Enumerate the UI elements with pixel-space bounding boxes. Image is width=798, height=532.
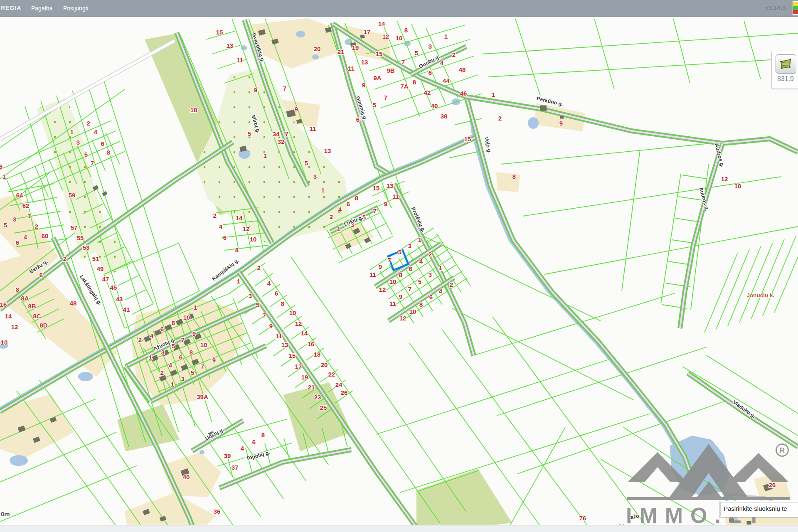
measure-area-icon (779, 58, 793, 70)
parcel-number: 8 (190, 349, 193, 356)
parcel-number: 44 (443, 77, 450, 84)
parcel-number: 4 (241, 445, 244, 452)
top-bar: REGIA Pagalba Prisijungti v3.14.3 (0, 0, 798, 17)
parcel-number: 7 (408, 286, 411, 293)
parcel-number: 9 (295, 106, 298, 113)
parcel-number: 8A (21, 295, 29, 302)
parcel-number: 6 (347, 200, 350, 207)
parcel-number: 20 (314, 45, 321, 52)
parcel-number: 26 (769, 481, 776, 488)
parcel-number: 7 (263, 312, 266, 319)
registered-mark-letter: R (780, 446, 785, 454)
street-label: Vėjo g. (483, 136, 493, 154)
parcel-number: 55 (77, 234, 84, 241)
app-logo[interactable]: REGIA (1, 5, 21, 11)
parcel-number: 3 (161, 349, 165, 356)
parcel-number: 7 (401, 59, 405, 66)
parcel-number: 3 (13, 216, 16, 223)
measure-panel: 831.9 (771, 51, 798, 89)
parcel-number: 6 (356, 116, 360, 123)
layer-theme-tooltip[interactable]: Pasirinkite sluoksnių te (719, 501, 798, 517)
parcel-number: 23 (314, 394, 321, 401)
parcel-number: 8D (39, 322, 47, 329)
parcel-number: 9 (399, 293, 402, 300)
measure-result-value: 831.9 (772, 75, 798, 83)
parcel-number: 43 (116, 296, 123, 303)
measure-area-button[interactable] (776, 54, 796, 74)
parcel-number: 32 (278, 138, 285, 145)
footer-strip (0, 525, 798, 532)
status-red (793, 10, 798, 14)
pond (78, 372, 93, 381)
parcel-number: 60 (42, 232, 49, 239)
map-canvas[interactable]: 14171210819211513119B9A97A87531642484446… (0, 17, 798, 525)
parcel-number: 16 (0, 301, 7, 308)
menu-item-help[interactable]: Pagalba (31, 5, 52, 12)
parcel-number: 1 (27, 212, 31, 219)
menu-item-login[interactable]: Prisijungti (63, 5, 89, 12)
parcel-number: 5 (418, 278, 421, 285)
parcel-number: 3 (408, 242, 411, 249)
parcel-number: 17 (295, 363, 302, 370)
parcel-number: 26 (341, 389, 348, 396)
parcel-number: 3 (429, 271, 432, 278)
parcel-number: 3 (181, 375, 185, 382)
parcel-number: 18 (190, 106, 197, 113)
parcel-number: 13 (227, 42, 234, 49)
parcel-number: 4 (24, 234, 27, 241)
parcel-number: 7 (91, 160, 94, 167)
parcel-number: 17 (364, 28, 371, 35)
parcel-number: 1 (439, 264, 442, 271)
parcel-number: 2 (87, 120, 90, 127)
parcel-number: 5 (4, 222, 7, 229)
parcel-number: 7 (388, 256, 391, 264)
village-label: Jonučių k. (747, 292, 775, 298)
parcel-number: 21 (308, 384, 315, 391)
parcel-number: 47 (102, 276, 109, 283)
parcel-number: 11 (348, 65, 355, 72)
parcel-number: 10 (289, 309, 296, 316)
parcel-number: 12 (243, 225, 250, 232)
parcel-number: 13 (324, 147, 331, 154)
parcel-number: 8 (16, 286, 19, 293)
parcel-number: 36 (214, 508, 221, 515)
parcel-number: 9 (254, 86, 257, 94)
parcel-number: 53 (83, 244, 90, 251)
parcel-number: 2 (257, 264, 261, 271)
parcel-number: 1 (194, 304, 197, 311)
parcel-number: 15 (216, 29, 223, 36)
parcel-number: 5 (305, 160, 308, 167)
parcel-number: 38 (441, 113, 448, 120)
parcel-number: 5 (84, 151, 88, 158)
parcel-number: 10 (200, 341, 207, 348)
parcel-number: 2 (330, 213, 333, 220)
parcel-number: 7 (373, 207, 377, 214)
parcel-number: 15 (289, 352, 296, 359)
map-svg[interactable]: 14171210819211513119B9A97A87531642484446… (0, 17, 798, 525)
parcel-number: 4 (94, 128, 98, 135)
parcel-number: 1 (70, 128, 74, 135)
parcel-number: 8 (413, 79, 416, 86)
parcel-number: 20 (321, 361, 328, 368)
parcel-number: 8B (28, 303, 36, 310)
greenery-zone (416, 469, 512, 525)
parcel-number: 12 (295, 320, 302, 327)
parcel-number: 5 (248, 130, 251, 137)
parcel-number: 12 (399, 315, 406, 322)
parcel-number: 39A (197, 393, 208, 400)
parcel-number: 10 (409, 308, 416, 315)
water-layer (0, 31, 738, 523)
parcel-number: 10 (396, 34, 403, 42)
parcel-number: 5 (415, 49, 418, 57)
parcel-number: 14 (5, 313, 12, 320)
parcel-number: 14 (236, 214, 243, 222)
parcel-number: 12 (721, 175, 728, 182)
parcel-number: 48 (70, 300, 77, 307)
parcel-number: 4 (338, 206, 342, 213)
parcel-number: 6 (101, 140, 104, 147)
parcel-number: 45 (110, 284, 117, 291)
parcel-number: 7 (181, 336, 185, 343)
parcel-number: 57 (71, 224, 78, 231)
parcel-number: 14 (301, 330, 308, 337)
parcel-number: 10 (1, 339, 8, 346)
